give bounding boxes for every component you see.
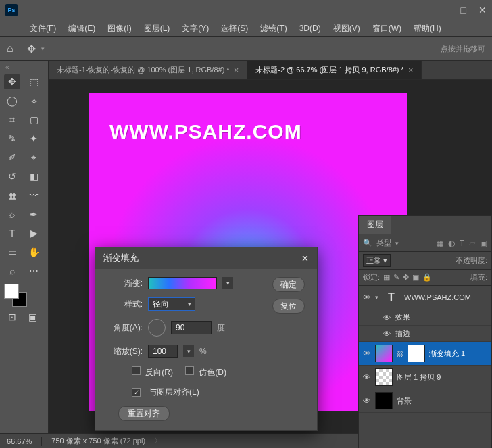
toolbar-toggle[interactable]: « (4, 64, 44, 70)
reset-align-button[interactable]: 重置对齐 (118, 406, 170, 421)
pen-tool[interactable]: ✒ (26, 207, 42, 222)
maximize-button[interactable]: □ (461, 5, 466, 16)
dialog-close-icon[interactable]: ✕ (301, 253, 309, 264)
menu-window[interactable]: 窗口(W) (367, 21, 407, 36)
rectangle-tool[interactable]: ▭ (4, 245, 20, 259)
move-tool[interactable]: ✥ (4, 74, 20, 89)
text-layer-thumb: T (383, 289, 400, 306)
filter-pixel-icon[interactable]: ▦ (436, 239, 443, 248)
zoom-tool[interactable]: ⌕ (4, 264, 20, 278)
lock-transparent-icon[interactable]: ▦ (383, 273, 390, 282)
reverse-checkbox[interactable] (132, 366, 141, 375)
visibility-toggle[interactable]: 👁 (382, 314, 391, 322)
screen-mode-toggle[interactable]: ▣ (24, 309, 41, 324)
doc-tab-2-close[interactable]: × (408, 65, 414, 75)
eyedropper-tool[interactable]: ✎ (4, 131, 20, 146)
menu-layer[interactable]: 图层(L) (139, 21, 176, 36)
menu-edit[interactable]: 编辑(E) (63, 21, 101, 36)
scale-dropdown-arrow[interactable]: ▾ (183, 345, 194, 357)
search-icon[interactable]: 🔍 (363, 239, 372, 247)
menu-select[interactable]: 选择(S) (216, 21, 253, 36)
lock-position-icon[interactable]: ✥ (403, 273, 409, 282)
filter-kind-label[interactable]: 类型 (376, 238, 391, 248)
layers-list: 👁 ▾ T WWW.PSAHZ.COM 👁 效果 👁 描边 👁 ⛓ 渐变填充 1 (359, 286, 491, 448)
blur-tool[interactable]: 〰 (26, 188, 42, 203)
home-icon[interactable]: ⌂ (7, 43, 14, 55)
zoom-value[interactable]: 66.67% (7, 437, 32, 445)
main-area: « ✥ ⬚ ◯ ⟡ ⌗ ▢ ✎ ✦ ✐ ⌖ ↺ ◧ ▦ 〰 ☼ ✒ T ▶ ▭ … (0, 61, 492, 433)
history-brush-tool[interactable]: ↺ (4, 169, 20, 184)
layer-background[interactable]: 👁 背景 (359, 389, 491, 413)
menu-type[interactable]: 文字(Y) (176, 21, 214, 36)
reset-button[interactable]: 复位 (272, 299, 305, 314)
visibility-toggle[interactable]: 👁 (362, 293, 371, 301)
doc-tab-2[interactable]: 未标题-2 @ 66.7% (图层 1 拷贝 9, RGB/8#) * × (247, 61, 422, 79)
gradient-tool[interactable]: ▦ (4, 188, 20, 203)
visibility-toggle[interactable]: 👁 (362, 349, 371, 357)
visibility-toggle[interactable]: 👁 (362, 373, 371, 381)
marquee-tool[interactable]: ⬚ (26, 74, 42, 89)
menu-3d[interactable]: 3D(D) (294, 22, 326, 35)
lock-label: 锁定: (363, 272, 380, 282)
healing-tool[interactable]: ✦ (26, 131, 42, 146)
menu-filter[interactable]: 滤镜(T) (255, 21, 292, 36)
eraser-tool[interactable]: ◧ (26, 169, 42, 184)
doc-tab-1-close[interactable]: × (234, 65, 239, 75)
layer-effect-stroke[interactable]: 👁 描边 (359, 326, 491, 342)
angle-dial[interactable] (148, 319, 166, 337)
lasso-tool[interactable]: ◯ (4, 93, 20, 108)
link-icon[interactable]: ⛓ (397, 350, 403, 357)
blend-mode-select[interactable]: 正常 ▾ (363, 254, 391, 267)
filter-smart-icon[interactable]: ▣ (480, 239, 487, 248)
frame-tool[interactable]: ▢ (26, 112, 42, 127)
expand-icon[interactable]: ▾ (375, 294, 378, 301)
gradient-preview[interactable] (148, 277, 217, 289)
style-select[interactable]: 径向 ▾ (148, 297, 195, 311)
visibility-toggle[interactable]: 👁 (362, 397, 371, 405)
filter-adjust-icon[interactable]: ◐ (448, 239, 455, 248)
quick-mask-toggle[interactable]: ⊡ (4, 309, 20, 324)
hand-tool[interactable]: ✋ (26, 245, 42, 259)
edit-toolbar[interactable]: ⋯ (26, 264, 42, 278)
layers-tab[interactable]: 图层 (359, 216, 391, 234)
ok-button[interactable]: 确定 (272, 277, 305, 292)
quick-select-tool[interactable]: ⟡ (26, 93, 42, 108)
layer-text[interactable]: 👁 ▾ T WWW.PSAHZ.COM (359, 286, 491, 309)
filter-shape-icon[interactable]: ▱ (469, 239, 475, 248)
align-checkbox[interactable] (132, 388, 141, 397)
menu-image[interactable]: 图像(I) (102, 21, 137, 36)
filter-type-icon[interactable]: T (460, 239, 464, 248)
layer-effects-header[interactable]: 👁 效果 (359, 309, 491, 326)
style-dropdown-arrow[interactable]: ▾ (184, 298, 195, 310)
path-select-tool[interactable]: ▶ (26, 226, 42, 241)
scale-unit: % (199, 347, 207, 356)
menu-view[interactable]: 视图(V) (328, 21, 366, 36)
visibility-toggle[interactable]: 👁 (382, 330, 391, 338)
menu-help[interactable]: 帮助(H) (408, 21, 447, 36)
align-label: 与图层对齐(L) (149, 387, 199, 398)
foreground-swatch[interactable] (4, 284, 19, 299)
layer-gradient-fill[interactable]: 👁 ⛓ 渐变填充 1 (359, 342, 491, 366)
dodge-tool[interactable]: ☼ (4, 207, 20, 222)
type-tool[interactable]: T (4, 226, 20, 241)
doc-tab-1[interactable]: 未标题-1-恢复的-恢复的 @ 100% (图层 1, RGB/8#) * × (49, 61, 247, 79)
dialog-titlebar[interactable]: 渐变填充 ✕ (95, 247, 317, 269)
gradient-dropdown-arrow[interactable]: ▾ (222, 277, 233, 289)
lock-all-icon[interactable]: 🔒 (422, 273, 432, 282)
angle-input[interactable] (171, 321, 212, 334)
lock-pixels-icon[interactable]: ✎ (393, 273, 399, 282)
color-swatches[interactable] (4, 284, 27, 307)
crop-tool[interactable]: ⌗ (4, 112, 20, 127)
layer-copy-9[interactable]: 👁 图层 1 拷贝 9 (359, 366, 491, 389)
brush-tool[interactable]: ✐ (4, 150, 20, 165)
gradient-thumb (375, 345, 393, 362)
mask-thumb[interactable] (408, 345, 425, 362)
scale-input[interactable] (148, 345, 178, 358)
minimize-button[interactable]: — (439, 5, 449, 16)
dither-checkbox[interactable] (185, 366, 194, 375)
close-button[interactable]: ✕ (478, 5, 487, 16)
lock-artboard-icon[interactable]: ▣ (412, 273, 419, 282)
move-tool-icon[interactable]: ✥ (27, 43, 36, 55)
menu-file[interactable]: 文件(F) (24, 21, 62, 36)
clone-tool[interactable]: ⌖ (26, 150, 42, 165)
